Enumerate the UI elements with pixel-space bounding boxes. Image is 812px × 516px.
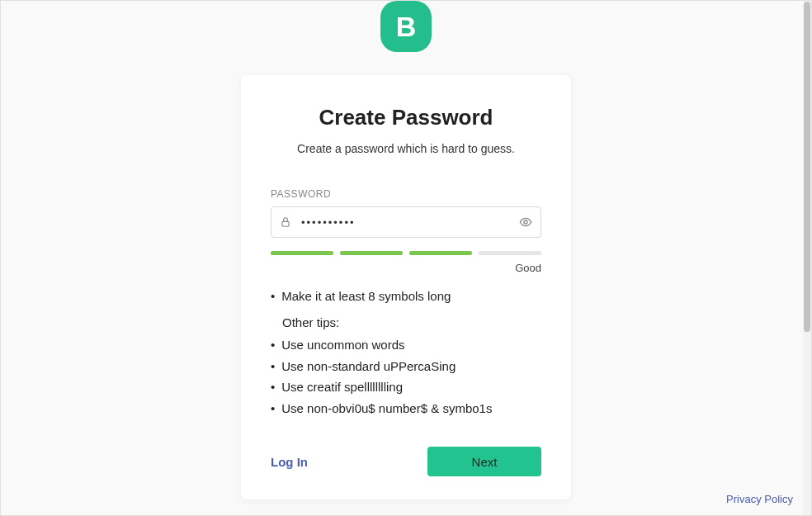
- privacy-policy-link[interactable]: Privacy Policy: [726, 493, 793, 505]
- password-input[interactable]: [301, 216, 511, 229]
- tip-text: Use non-obvi0u$ number$ & symbo1s: [281, 398, 492, 419]
- tip-text: Use creatif spelllllllling: [281, 376, 403, 398]
- page-title: Create Password: [271, 105, 541, 130]
- tip-text: Use uncommon words: [281, 334, 404, 356]
- create-password-card: Create Password Create a password which …: [241, 75, 571, 499]
- app-logo: B: [380, 1, 432, 52]
- password-input-wrap[interactable]: [271, 206, 541, 238]
- logo-letter: B: [396, 11, 417, 43]
- strength-segment: [409, 251, 472, 255]
- tip-item: Use non-obvi0u$ number$ & symbo1s: [271, 398, 541, 419]
- tip-main: Make it at least 8 symbols long: [271, 286, 541, 307]
- scrollbar-thumb[interactable]: [804, 2, 810, 332]
- other-tips-label: Other tips:: [282, 312, 541, 334]
- password-tips: Make it at least 8 symbols long Other ti…: [271, 286, 541, 419]
- tip-item: Use non-standard uPPercaSing: [271, 356, 541, 377]
- svg-point-1: [524, 220, 527, 224]
- strength-label: Good: [271, 262, 541, 274]
- tip-item: Use creatif spelllllllling: [271, 376, 541, 398]
- password-label: PASSWORD: [271, 188, 541, 200]
- svg-rect-0: [282, 221, 289, 226]
- app-viewport: B Create Password Create a password whic…: [0, 0, 812, 516]
- page-subtitle: Create a password which is hard to guess…: [271, 142, 541, 155]
- login-link[interactable]: Log In: [271, 455, 308, 469]
- strength-segment: [479, 251, 541, 255]
- strength-segment: [340, 251, 403, 255]
- actions-row: Log In Next: [271, 447, 541, 476]
- strength-segment: [271, 251, 333, 255]
- tip-text: Make it at least 8 symbols long: [281, 286, 451, 307]
- tip-text: Use non-standard uPPercaSing: [281, 356, 456, 377]
- next-button[interactable]: Next: [427, 447, 541, 476]
- tip-item: Use uncommon words: [271, 334, 541, 356]
- scrollbar-track[interactable]: [803, 1, 811, 515]
- password-strength-meter: [271, 251, 541, 255]
- lock-icon: [280, 216, 291, 228]
- eye-icon[interactable]: [519, 215, 532, 229]
